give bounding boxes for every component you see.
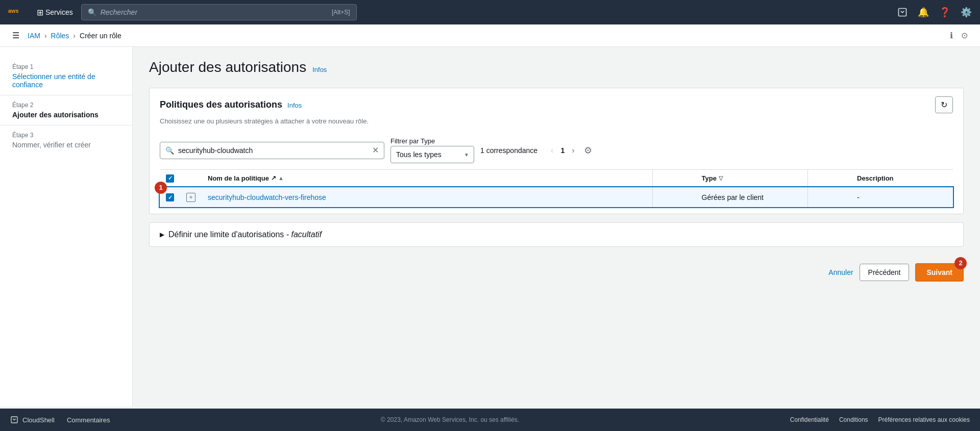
limit-title-italic: - facultatif [286,230,322,239]
main-content: Ajouter des autorisations Infos Politiqu… [133,47,980,407]
policy-search-input[interactable] [178,146,368,155]
filter-type-select-wrapper: Tous les types AWS gérées Gérées par le … [390,146,474,163]
aws-logo[interactable]: aws [8,7,27,18]
col-separator-2 [808,170,851,187]
services-label: Services [45,8,73,16]
step-badge-2: 2 [954,257,967,269]
card-info-link[interactable]: Infos [287,102,302,109]
col-separator-1 [652,170,695,187]
grid-icon: ⊞ [37,8,43,17]
row-type-cell: Gérées par le client [696,187,808,208]
step2-label: Étape 2 [12,102,120,109]
table-settings-button[interactable]: ⚙ [584,145,592,156]
nav-icons: 🔔 ❓ ⚙️ [897,7,972,18]
hamburger-menu[interactable]: ☰ [12,31,19,40]
policy-name-link[interactable]: securityhub-cloudwatch-vers-firehose [208,193,646,201]
breadcrumb-roles[interactable]: Rôles [51,32,69,40]
refresh-button[interactable]: ↻ [935,96,953,113]
row-desc-cell: - [851,187,953,208]
breadcrumb-bar: ☰ IAM › Rôles › Créer un rôle ℹ ⊙ [0,24,980,47]
row-expand-cell: + [180,187,202,208]
search-input[interactable] [101,8,328,16]
page-info-link[interactable]: Infos [312,66,327,73]
row-policy-name-cell: securityhub-cloudwatch-vers-firehose [202,187,652,208]
top-navigation: aws ⊞ Services 🔍 [Alt+S] 🔔 ❓ ⚙️ [0,0,980,24]
col-desc-label: Description [857,174,894,182]
sidebar-step-2: Étape 2 Ajouter des autorisations [0,95,132,125]
external-link-icon: ↗ [271,174,276,182]
sidebar: Étape 1 Sélectionner une entité de confi… [0,47,133,407]
policy-search-wrapper[interactable]: 🔍 ✕ [160,142,384,159]
search-shortcut: [Alt+S] [332,9,350,16]
sidebar-step-1: Étape 1 Sélectionner une entité de confi… [0,57,132,95]
expand-icon[interactable]: + [186,193,195,202]
card-header: Politiques des autorisations Infos ↻ [150,88,963,117]
card-body: 🔍 ✕ Filtrer par Type Tous les types AWS … [150,131,963,214]
search-icon-sm: 🔍 [165,146,174,155]
svg-text:aws: aws [8,8,18,14]
row-sep-1 [652,187,695,208]
card-header-right: ↻ [935,96,953,113]
services-menu[interactable]: ⊞ Services [33,6,77,19]
info-circle-icon[interactable]: ℹ [950,31,953,40]
next-button-wrapper: 2 Suivant [915,263,964,282]
previous-button[interactable]: Précédent [860,264,910,281]
th-expand [180,170,202,187]
clear-search-button[interactable]: ✕ [372,146,379,155]
breadcrumb-sep-1: › [44,32,47,40]
settings-icon[interactable]: ⚙️ [961,7,972,18]
table-row: 1 + securityhub-cloudwatch-vers-firehose… [160,187,953,208]
policies-table: Nom de la politique ↗ ▲ Type ▽ [160,169,953,208]
th-type: Type ▽ [696,170,808,187]
global-search[interactable]: 🔍 [Alt+S] [81,4,357,20]
step1-link[interactable]: Sélectionner une entité de confiance [12,72,95,89]
limit-title: Définir une limite d'autorisations - fac… [168,230,322,239]
breadcrumb-right-icons: ℹ ⊙ [950,31,968,40]
row-sep-2 [808,187,851,208]
next-page-button[interactable]: › [569,145,577,156]
card-title: Politiques des autorisations [160,99,282,110]
type-filter-icon[interactable]: ▽ [719,175,723,182]
header-checkbox[interactable] [166,174,174,183]
th-policy-name: Nom de la politique ↗ ▲ [202,170,652,187]
step3-label: Étape 3 [12,132,120,139]
col-name-label: Nom de la politique [208,174,269,182]
breadcrumb-sep-2: › [73,32,76,40]
filter-type-label: Filtrer par Type [390,137,474,145]
step3-title: Nommer, vérifier et créer [12,141,120,149]
page-title-row: Ajouter des autorisations Infos [149,59,964,75]
notifications-icon[interactable]: 🔔 [918,7,929,18]
filter-type-group: Filtrer par Type Tous les types AWS géré… [390,137,474,163]
limit-toggle-icon: ▶ [160,231,164,238]
breadcrumb-iam[interactable]: IAM [28,32,40,40]
actions-row: Annuler Précédent 2 Suivant [149,255,964,286]
step1-label: Étape 1 [12,63,120,70]
main-layout: Étape 1 Sélectionner une entité de confi… [0,47,980,407]
col-type-label: Type [702,174,717,182]
step-badge-1: 1 [155,182,167,194]
row-checkbox-cell: 1 [160,187,180,208]
cancel-button[interactable]: Annuler [828,268,853,276]
step2-title: Ajouter des autorisations [12,111,120,119]
page-number: 1 [560,146,565,155]
row-checkbox[interactable] [166,193,174,201]
limit-header[interactable]: ▶ Définir une limite d'autorisations - f… [150,223,963,246]
filter-type-select[interactable]: Tous les types AWS gérées Gérées par le … [390,146,474,163]
sidebar-step-3: Étape 3 Nommer, vérifier et créer [0,125,132,155]
pagination-controls: ‹ 1 › [548,145,577,156]
th-description: Description [851,170,953,187]
help-icon[interactable]: ❓ [939,7,950,18]
results-count: 1 correspondance [480,146,537,155]
prev-page-button[interactable]: ‹ [548,145,556,156]
table-header-row: Nom de la politique ↗ ▲ Type ▽ [160,170,953,187]
search-icon: 🔍 [88,8,96,16]
cloudshell-icon[interactable] [897,7,908,17]
filter-row: 🔍 ✕ Filtrer par Type Tous les types AWS … [160,137,953,163]
limit-title-text: Définir une limite d'autorisations [168,230,284,239]
breadcrumb-current: Créer un rôle [80,32,121,40]
card-subtitle: Choisissez une ou plusieurs stratégies à… [150,117,963,131]
page-title: Ajouter des autorisations [149,59,306,75]
sort-icon[interactable]: ▲ [278,175,284,181]
feedback-icon[interactable]: ⊙ [961,31,968,40]
policies-card: Politiques des autorisations Infos ↻ Cho… [149,88,964,214]
